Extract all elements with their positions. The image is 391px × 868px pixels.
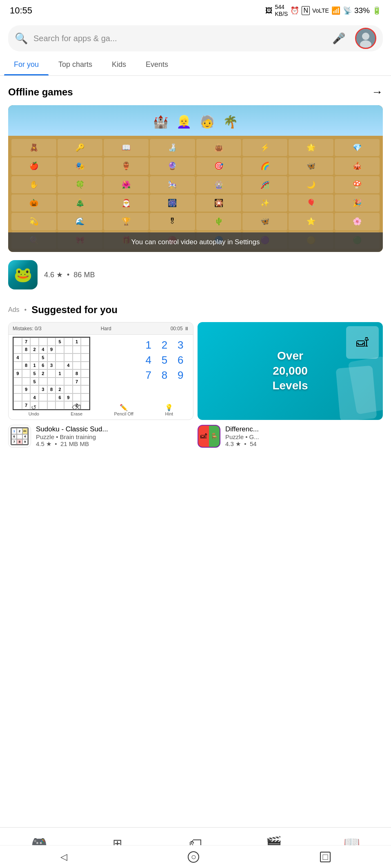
star-icon-sudoku: ★ xyxy=(46,440,51,447)
levels-screenshot: Over20,000Levels 🛋 xyxy=(198,322,383,420)
offline-games-title: Offline games xyxy=(8,86,73,98)
search-bar[interactable]: 🔍 Search for apps & ga... 🎤 xyxy=(8,25,383,51)
offline-games-arrow[interactable]: → xyxy=(371,86,383,99)
sudoku-card[interactable]: Mistakes: 0/3 Hard 00:05 ⏸ 7 5 xyxy=(8,322,193,449)
differences-card[interactable]: Over20,000Levels 🛋 🛋 🪑 Differenc... xyxy=(198,322,383,449)
avatar-image xyxy=(356,29,375,48)
user-avatar[interactable] xyxy=(355,28,376,49)
data-speed: 544KB/S xyxy=(275,4,288,18)
sudoku-grid-display: 7 5 1 8 2 4 9 xyxy=(13,337,90,410)
sudoku-meta: Sudoku - Classic Sud... Puzzle • Brain t… xyxy=(36,425,108,448)
status-bar: 10:55 🖼 544KB/S ⏰ N VoLTE 📶 📡 33% 🔋 xyxy=(0,0,391,21)
sudoku-icon: 1 2 ✏ 6 4 7 8 9 xyxy=(8,425,31,448)
star-icon-diff: ★ xyxy=(235,440,241,447)
tab-for-you[interactable]: For you xyxy=(4,54,49,75)
sudoku-actions: ↺Undo ⌫Erase ✏️Pencil Off 💡Hint xyxy=(13,404,189,416)
alarm-icon: ⏰ xyxy=(290,6,299,15)
star-icon: ★ xyxy=(56,271,63,279)
tab-events[interactable]: Events xyxy=(136,54,178,75)
game-card-main[interactable]: 🏰👱‍♀️🧓🌴 🧸 🔑 📖 🍶 👜 ⚡ 🌟 💎 🍎 🎭 🏺 🔮 🎯 🌈 🦋 xyxy=(8,105,383,252)
differences-name: Differenc... xyxy=(225,425,259,433)
back-button[interactable]: ◁ xyxy=(60,852,67,862)
wifi-icon: 📶 xyxy=(331,6,340,15)
game-screenshot: 🏰👱‍♀️🧓🌴 🧸 🔑 📖 🍶 👜 ⚡ 🌟 💎 🍎 🎭 🏺 🔮 🎯 🌈 🦋 xyxy=(8,105,383,252)
differences-category: Puzzle • G... xyxy=(225,433,259,440)
sudoku-category: Puzzle • Brain training xyxy=(36,433,108,440)
svg-point-1 xyxy=(362,33,369,40)
status-time: 10:55 xyxy=(10,5,32,16)
ads-dot: • xyxy=(24,306,27,314)
differences-meta: Differenc... Puzzle • G... 4.3 ★ • 54 xyxy=(225,425,259,448)
ads-label: Ads xyxy=(8,306,20,314)
sudoku-rating: 4.5 ★ • 21 MB MB xyxy=(36,440,108,448)
photo-icon: 🖼 xyxy=(265,7,273,15)
ads-header: Ads • Suggested for you xyxy=(0,304,391,322)
app-icon-inner: 🐸 xyxy=(8,260,38,289)
system-nav-bar: ◁ ○ □ xyxy=(0,845,391,868)
main-content: Offline games → 🏰👱‍♀️🧓🌴 🧸 🔑 📖 🍶 👜 ⚡ 🌟 💎 … xyxy=(0,76,391,527)
sudoku-name: Sudoku - Classic Sud... xyxy=(36,425,108,433)
tab-top-charts[interactable]: Top charts xyxy=(49,54,102,75)
nav-tabs: For you Top charts Kids Events xyxy=(0,54,391,76)
battery-level: 33% xyxy=(354,6,370,15)
battery-icon: 🔋 xyxy=(372,6,381,15)
levels-text: Over20,000Levels xyxy=(272,349,308,393)
home-button[interactable]: ○ xyxy=(188,851,199,863)
search-icon: 🔍 xyxy=(15,32,28,45)
game-characters: 🏰👱‍♀️🧓🌴 xyxy=(8,105,383,138)
app-rating: 4.6 ★ • 86 MB xyxy=(44,270,383,279)
autoplay-tooltip: You can control video autoplay in Settin… xyxy=(8,232,383,252)
search-bar-container: 🔍 Search for apps & ga... 🎤 xyxy=(0,21,391,54)
tab-kids[interactable]: Kids xyxy=(102,54,136,75)
differences-icon: 🛋 🪑 xyxy=(198,425,220,448)
offline-games-header: Offline games → xyxy=(0,76,391,105)
sudoku-screenshot: Mistakes: 0/3 Hard 00:05 ⏸ 7 5 xyxy=(8,322,193,420)
volte-icon: VoLTE xyxy=(312,7,329,14)
app-info-row: 🐸 4.6 ★ • 86 MB xyxy=(0,254,391,296)
suggested-row: Mistakes: 0/3 Hard 00:05 ⏸ 7 5 xyxy=(0,322,391,449)
search-placeholder[interactable]: Search for apps & ga... xyxy=(33,34,327,43)
nfc-icon: N xyxy=(302,6,310,15)
app-icon-emoji: 🐸 xyxy=(14,266,32,283)
app-meta: 4.6 ★ • 86 MB xyxy=(44,270,383,279)
differences-rating: 4.3 ★ • 54 xyxy=(225,440,259,448)
differences-app-info: 🛋 🪑 Differenc... Puzzle • G... 4.3 ★ • 5… xyxy=(198,420,383,449)
ads-section: Ads • Suggested for you Mistakes: 0/3 Ha… xyxy=(0,296,391,453)
app-icon: 🐸 xyxy=(8,260,38,289)
mic-icon[interactable]: 🎤 xyxy=(332,32,345,45)
sudoku-numbers-panel: 1 2 3 4 5 6 7 8 9 xyxy=(140,335,189,386)
sudoku-app-info: 1 2 ✏ 6 4 7 8 9 Sudoku - Classic Sud... xyxy=(8,420,193,449)
recents-button[interactable]: □ xyxy=(320,852,331,862)
suggested-title: Suggested for you xyxy=(31,304,118,316)
signal-icon: 📡 xyxy=(343,6,352,15)
status-icons: 🖼 544KB/S ⏰ N VoLTE 📶 📡 33% 🔋 xyxy=(265,4,382,18)
